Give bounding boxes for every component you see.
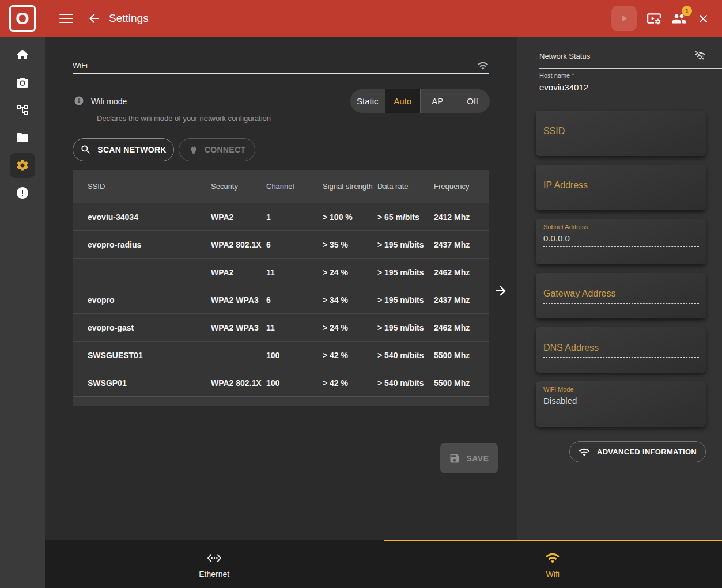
advanced-information-button[interactable]: ADVANCED INFORMATION: [569, 441, 706, 462]
tab-ethernet-label: Ethernet: [199, 570, 229, 579]
ethernet-icon: [207, 551, 222, 566]
video-settings-icon[interactable]: [647, 11, 661, 26]
page-title: Settings: [109, 12, 149, 25]
cell-security: WPA2: [211, 268, 266, 277]
wifi-mode-label: Wifi mode: [91, 97, 127, 106]
active-item-highlight: [10, 153, 35, 178]
table-row[interactable]: evopro-radius WPA2 802.1X 6 > 35 % > 195…: [73, 230, 489, 258]
table-row[interactable]: WPA2 11 > 24 % > 195 m/bits 2462 Mhz: [73, 258, 489, 286]
cell-frequency: 2412 Mhz: [434, 213, 489, 222]
table-row[interactable]: evoviu-34034 WPA2 1 > 100 % > 65 m/bits …: [73, 203, 489, 230]
cell-rate: > 195 m/bits: [377, 240, 434, 249]
col-channel: Channel: [266, 182, 323, 191]
col-security: Security: [211, 182, 266, 191]
ip-address-label: IP Address: [543, 180, 588, 191]
sidebar-item-devices[interactable]: [0, 96, 45, 124]
menu-icon[interactable]: [59, 11, 73, 26]
cell-channel: 1: [266, 213, 323, 222]
wifi-mode-card-value: Disabled: [543, 396, 577, 405]
sidebar-item-files[interactable]: [0, 124, 45, 151]
wifi-mode-option-off[interactable]: Off: [455, 89, 490, 113]
wifi-mode-card-label: WiFi Mode: [543, 386, 574, 393]
wifi-icon: [579, 446, 590, 458]
subnet-address-card: Subnet Address 0.0.0.0: [536, 219, 706, 264]
card-underline: [543, 409, 699, 409]
scan-network-button[interactable]: SCAN NETWORK: [73, 138, 174, 161]
cell-rate: > 540 m/bits: [377, 351, 434, 360]
wifi-field[interactable]: WiFi: [73, 61, 88, 70]
status-cards: SSID IP Address Subnet Address 0.0.0.0 G…: [536, 111, 706, 427]
app-header: O Settings 1: [0, 0, 722, 37]
connect-button[interactable]: CONNECT: [179, 138, 255, 161]
tab-wifi-label: Wifi: [546, 570, 560, 579]
close-icon[interactable]: [697, 12, 710, 25]
cell-channel: 100: [266, 351, 323, 360]
back-arrow-icon[interactable]: [87, 12, 101, 25]
host-name-field[interactable]: evoviu34012: [539, 82, 588, 92]
cell-frequency: 5500 Mhz: [434, 351, 489, 360]
card-underline: [543, 303, 699, 304]
wifi-settings-panel: WiFi Wifi mode Declares the wifi mode of…: [45, 37, 517, 540]
wifi-field-underline: [73, 73, 489, 74]
save-button[interactable]: SAVE: [440, 443, 498, 473]
cell-signal: > 34 %: [323, 295, 377, 305]
cell-frequency: 2462 Mhz: [434, 268, 489, 277]
table-row[interactable]: evopro WPA2 WPA3 6 > 34 % > 195 m/bits 2…: [73, 286, 489, 313]
card-underline: [543, 195, 699, 195]
notification-badge: 1: [682, 6, 692, 16]
ssid-card: SSID: [536, 111, 706, 156]
cell-ssid: evopro-gast: [88, 323, 211, 332]
cell-signal: > 42 %: [323, 378, 377, 388]
dns-address-card: DNS Address: [536, 327, 706, 373]
wifi-mode-card: WiFi Mode Disabled: [536, 381, 706, 427]
logo-o-icon: O: [9, 5, 36, 32]
wifi-mode-option-static[interactable]: Static: [350, 89, 385, 113]
wifi-icon: [545, 551, 560, 566]
search-icon: [80, 144, 92, 155]
cell-frequency: 2437 Mhz: [434, 295, 489, 305]
cell-signal: > 24 %: [323, 323, 377, 332]
network-status-panel: Network Status Host name * evoviu34012 S…: [517, 37, 722, 540]
sidebar-item-settings[interactable]: [0, 151, 45, 179]
cell-ssid: evopro-radius: [88, 240, 211, 249]
cell-channel: 11: [266, 268, 323, 277]
table-header-row: SSID Security Channel Signal strength Da…: [73, 170, 489, 203]
cell-channel: 6: [266, 295, 323, 305]
wifi-mode-toggle-group: Static Auto AP Off: [350, 89, 490, 113]
table-row[interactable]: SWSGP01 WPA2 802.1X 100 > 42 % > 540 m/b…: [73, 369, 489, 396]
cell-frequency: 2462 Mhz: [434, 323, 489, 332]
gateway-address-card: Gateway Address: [536, 273, 706, 318]
cell-signal: > 35 %: [323, 240, 377, 249]
sidebar-item-camera[interactable]: [0, 69, 45, 96]
play-button[interactable]: [611, 6, 637, 31]
tab-ethernet[interactable]: Ethernet: [45, 540, 384, 588]
cell-signal: > 42 %: [323, 351, 377, 360]
host-name-label: Host name *: [539, 72, 574, 79]
col-ssid: SSID: [88, 182, 211, 191]
camera-icon: [16, 75, 29, 89]
tab-wifi[interactable]: Wifi: [384, 540, 722, 588]
users-button[interactable]: 1: [671, 11, 687, 26]
table-row[interactable]: SWSGUEST01 100 > 42 % > 540 m/bits 5500 …: [73, 341, 489, 369]
home-icon: [16, 48, 29, 62]
cell-rate: > 195 m/bits: [377, 323, 434, 332]
app-logo: O: [0, 0, 45, 37]
sidebar-item-home[interactable]: [0, 41, 45, 69]
network-status-title: Network Status: [539, 52, 590, 60]
wifi-mode-option-auto[interactable]: Auto: [385, 89, 420, 113]
expand-panel-arrow-icon[interactable]: [493, 283, 508, 298]
col-signal-strength: Signal strength: [323, 182, 377, 191]
cell-rate: > 195 m/bits: [377, 268, 434, 277]
advanced-information-label: ADVANCED INFORMATION: [597, 447, 697, 456]
wifi-mode-description: Declares the wifi mode of your network c…: [97, 114, 271, 123]
cell-signal: > 100 %: [323, 213, 377, 222]
plug-icon: [188, 145, 199, 155]
wifi-mode-option-ap[interactable]: AP: [420, 89, 455, 113]
table-row[interactable]: evopro-gast WPA2 WPA3 11 > 24 % > 195 m/…: [73, 313, 489, 341]
sidebar-item-alerts[interactable]: [0, 179, 45, 207]
scan-network-label: SCAN NETWORK: [97, 145, 166, 154]
wifi-icon: [477, 60, 489, 71]
account-tree-icon: [16, 103, 29, 117]
cell-rate: > 195 m/bits: [377, 295, 434, 305]
cell-ssid: SWSGUEST01: [88, 351, 211, 360]
